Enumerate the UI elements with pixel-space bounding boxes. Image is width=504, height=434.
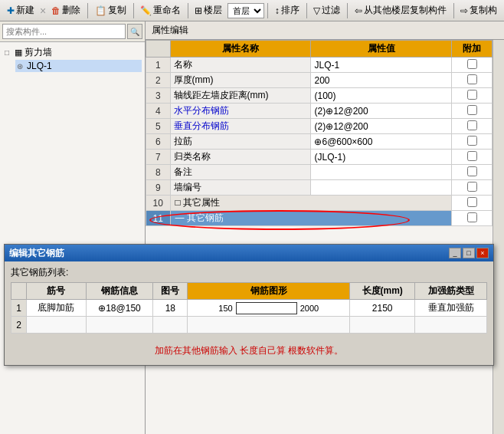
floor-button[interactable]: ⊞ 楼层 xyxy=(191,2,226,18)
delete-button[interactable]: 🗑 删除 xyxy=(47,2,84,18)
search-input[interactable] xyxy=(2,24,126,39)
rebar-length-1[interactable]: 2150 xyxy=(350,300,415,317)
checkbox-6[interactable] xyxy=(467,136,477,146)
prop-extra-9[interactable] xyxy=(452,180,493,196)
table-row[interactable]: 2 厚度(mm) 200 xyxy=(146,73,493,88)
prop-value-1[interactable]: JLQ-1 xyxy=(311,58,452,73)
table-row[interactable]: 7 归类名称 (JLQ-1) xyxy=(146,150,493,165)
prop-value-9[interactable] xyxy=(311,180,452,196)
prop-extra-8[interactable] xyxy=(452,165,493,180)
prop-value-3[interactable]: (100) xyxy=(311,88,452,104)
checkbox-5[interactable] xyxy=(467,120,477,130)
prop-value-8[interactable] xyxy=(311,165,452,180)
rebar-fignum-1[interactable]: 18 xyxy=(153,300,188,317)
rebar-header-num xyxy=(11,283,27,300)
checkbox-9[interactable] xyxy=(467,182,477,192)
rebar-fignum-2[interactable] xyxy=(153,317,188,334)
rebar-rownum-2: 2 xyxy=(11,317,27,334)
rebar-header-info: 钢筋信息 xyxy=(86,283,153,300)
table-row[interactable]: 8 备注 xyxy=(146,165,493,180)
rebar-header-length: 长度(mm) xyxy=(350,283,415,300)
checkbox-8[interactable] xyxy=(467,166,477,176)
prop-extra-11[interactable] xyxy=(452,211,493,226)
scrollbar[interactable] xyxy=(493,40,504,434)
checkbox-7[interactable] xyxy=(467,151,477,161)
rename-button[interactable]: ✏️ 重命名 xyxy=(136,2,185,18)
prop-extra-2[interactable] xyxy=(452,73,493,88)
checkbox-1[interactable] xyxy=(467,59,477,69)
table-row[interactable]: 3 轴线距左墙皮距离(mm) (100) xyxy=(146,88,493,104)
search-button[interactable]: 🔍 xyxy=(127,24,142,39)
checkbox-3[interactable] xyxy=(467,90,477,100)
rebar-shape-1[interactable]: 150 2000 xyxy=(188,300,350,317)
copy2-button[interactable]: ⇨ 复制构 xyxy=(457,2,501,18)
tree-root-label: 剪力墙 xyxy=(25,46,52,59)
prop-extra-6[interactable] xyxy=(452,134,493,150)
prop-header-extra: 附加 xyxy=(452,41,493,58)
table-row[interactable]: 4 水平分布钢筋 (2)⊕12@200 xyxy=(146,104,493,119)
prop-value-6[interactable]: ⊕6@600×600 xyxy=(311,134,452,150)
prop-value-4[interactable]: (2)⊕12@200 xyxy=(311,104,452,119)
prop-extra-1[interactable] xyxy=(452,58,493,73)
prop-tab: 属性编辑 xyxy=(146,21,504,40)
dialog-section-label: 其它钢筋列表: xyxy=(11,266,487,279)
row-num-7: 7 xyxy=(146,150,171,165)
prop-header-name: 属性名称 xyxy=(170,41,311,58)
filter-button[interactable]: ▽ 过滤 xyxy=(309,2,344,18)
prop-value-5[interactable]: (2)⊕12@200 xyxy=(311,119,452,134)
checkbox-10[interactable] xyxy=(467,197,477,207)
search-bar: 🔍 xyxy=(0,21,145,42)
table-row[interactable]: 9 墙编号 xyxy=(146,180,493,196)
rebar-length-2[interactable] xyxy=(350,317,415,334)
prop-extra-4[interactable] xyxy=(452,104,493,119)
prop-section-11[interactable]: — 其它钢筋 xyxy=(170,211,452,226)
prop-value-7[interactable]: (JLQ-1) xyxy=(311,150,452,165)
dialog-title: 编辑其它钢筋 xyxy=(9,247,64,260)
rebar-enhance-1[interactable]: 垂直加强筋 xyxy=(415,300,487,317)
new-icon: ✚ xyxy=(7,5,15,16)
prop-extra-3[interactable] xyxy=(452,88,493,104)
copy-button[interactable]: 📋 复制 xyxy=(91,2,130,18)
rebar-barnum-1[interactable]: 底脚加筋 xyxy=(27,300,87,317)
tree-area: □ ▦ 剪力墙 ⊛ JLQ-1 xyxy=(0,42,145,434)
dialog-maximize-button[interactable]: □ xyxy=(463,248,475,258)
rebar-enhance-2[interactable] xyxy=(415,317,487,334)
row-num-9: 9 xyxy=(146,180,171,196)
row-num-5: 5 xyxy=(146,119,171,134)
prop-extra-10[interactable] xyxy=(452,196,493,211)
table-row[interactable]: 5 垂直分布钢筋 (2)⊕12@200 xyxy=(146,119,493,134)
table-row-section[interactable]: 10 □ 其它属性 xyxy=(146,196,493,211)
tree-child-item[interactable]: ⊛ JLQ-1 xyxy=(15,60,142,72)
table-row[interactable]: 1 名称 JLQ-1 xyxy=(146,58,493,73)
rebar-header-fignum: 图号 xyxy=(153,283,188,300)
prop-extra-5[interactable] xyxy=(452,119,493,134)
rebar-info-1[interactable]: ⊕18@150 xyxy=(86,300,153,317)
table-row[interactable]: 6 拉筋 ⊕6@600×600 xyxy=(146,134,493,150)
rebar-shape-2[interactable] xyxy=(188,317,350,334)
rebar-info-2[interactable] xyxy=(86,317,153,334)
sort-button[interactable]: ↕ 排序 xyxy=(271,2,303,18)
dialog-body: 其它钢筋列表: 筋号 钢筋信息 图号 钢筋图形 长度(mm) 加强筋类型 xyxy=(5,261,493,365)
prop-section-10: □ 其它属性 xyxy=(170,196,452,211)
prop-name-9: 墙编号 xyxy=(170,180,311,196)
new-button[interactable]: ✚ 新建 xyxy=(3,2,38,18)
rename-icon: ✏️ xyxy=(140,5,152,16)
dialog-close-button[interactable]: × xyxy=(476,248,489,258)
checkbox-4[interactable] xyxy=(467,105,477,115)
dialog-edit-rebar: 编辑其它钢筋 _ □ × 其它钢筋列表: 筋号 钢筋信息 图号 钢筋图形 长度(… xyxy=(4,244,494,366)
prop-tab-label: 属性编辑 xyxy=(152,25,188,35)
ellipse-container: 属性名称 属性值 附加 1 名称 JLQ-1 xyxy=(146,40,493,226)
prop-value-2[interactable]: 200 xyxy=(311,73,452,88)
table-row-selected[interactable]: 11 — 其它钢筋 xyxy=(146,211,493,226)
rebar-row-1[interactable]: 1 底脚加筋 ⊕18@150 18 150 2000 2150 垂直加 xyxy=(11,300,487,317)
tree-root-item[interactable]: □ ▦ 剪力墙 xyxy=(3,45,142,60)
dialog-minimize-button[interactable]: _ xyxy=(449,248,461,258)
main-layout: 🔍 □ ▦ 剪力墙 ⊛ JLQ-1 属性编辑 xyxy=(0,21,504,434)
rebar-row-2[interactable]: 2 xyxy=(11,317,487,334)
checkbox-2[interactable] xyxy=(467,74,477,84)
rebar-barnum-2[interactable] xyxy=(27,317,87,334)
checkbox-11[interactable] xyxy=(467,212,477,222)
prop-extra-7[interactable] xyxy=(452,150,493,165)
floor-select[interactable]: 首层 xyxy=(227,3,264,18)
copy-from-button[interactable]: ⇦ 从其他楼层复制构件 xyxy=(351,2,450,18)
